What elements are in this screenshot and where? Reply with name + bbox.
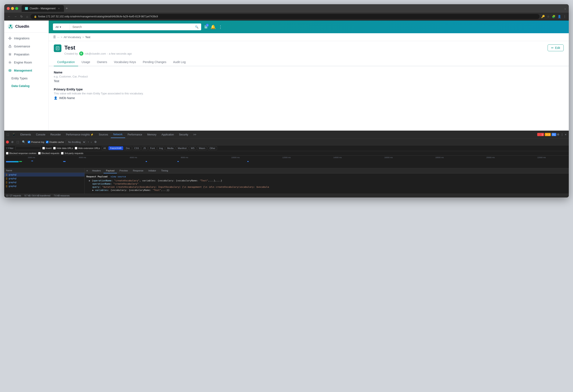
devtools-tab-application[interactable]: Application [159, 131, 177, 138]
search-input[interactable] [70, 23, 193, 30]
blocked-requests-checkbox[interactable]: Blocked requests [38, 152, 59, 154]
detail-tab-preview[interactable]: Preview [117, 168, 130, 173]
filter-wasm[interactable]: Wasm [197, 146, 207, 150]
url-bar[interactable]: 🔒 foobar.172.167.52.102.sslip.io/admin/m… [31, 14, 539, 19]
detail-tab-timing[interactable]: Timing [159, 168, 171, 173]
refresh-button[interactable]: ↻ [19, 14, 24, 19]
minimize-button[interactable] [11, 7, 14, 10]
sidebar-item-preparation[interactable]: Preparation [4, 50, 49, 58]
blocked-cookies-checkbox[interactable]: Blocked response cookies [6, 152, 36, 154]
back-button[interactable]: ← [7, 14, 11, 19]
filter-js[interactable]: JS [142, 146, 148, 150]
devtools-tab-performance-insights[interactable]: Performance insights ⚡ [63, 131, 96, 138]
more-menu-icon[interactable]: ⋮ [218, 24, 223, 29]
profile-icon[interactable]: 👤 [557, 15, 561, 18]
entity-types-label: Entity Types [11, 77, 28, 80]
filter-input[interactable] [15, 146, 41, 150]
sidebar-item-engine-room[interactable]: Engine Room [4, 58, 49, 67]
inspect-icon[interactable]: ⬚ [6, 132, 10, 137]
filter-fetch-xhr[interactable]: Fetch/XHR [108, 146, 123, 150]
device-icon[interactable]: 📱 [11, 132, 16, 137]
devtools-options-icon[interactable]: ⋮ [560, 132, 564, 137]
search-network-icon[interactable]: 🔍 [21, 140, 26, 144]
record-button[interactable] [6, 140, 9, 143]
sidebar-item-data-catalog[interactable]: Data Catalog [4, 82, 49, 90]
request-row-3[interactable]: {} graphql [4, 180, 85, 184]
request-row-2[interactable]: {} graphql [4, 176, 85, 180]
filter-icon[interactable]: ⬚ [16, 140, 20, 144]
tab-usage[interactable]: Usage [78, 58, 93, 66]
network-settings-icon[interactable]: ⚙ [94, 140, 97, 144]
password-icon[interactable]: 🔑 [541, 15, 545, 18]
extensions-icon[interactable]: 🧩 [552, 15, 555, 18]
filter-font[interactable]: Font [148, 146, 157, 150]
detail-tab-headers[interactable]: Headers [90, 168, 104, 173]
sidebar-item-management[interactable]: Management [4, 67, 49, 74]
monitor-icon[interactable]: 🖥 1 [204, 25, 208, 29]
filter-ws[interactable]: WS [189, 146, 196, 150]
invert-checkbox[interactable]: Invert [42, 147, 52, 150]
tab-owners[interactable]: Owners [94, 58, 110, 66]
disable-cache-checkbox[interactable]: Disable cache [46, 141, 64, 143]
menu-icon[interactable]: ⋮ [563, 15, 566, 18]
search-button[interactable]: 🔍 [193, 24, 201, 30]
hide-data-urls-checkbox[interactable]: Hide data URLs [53, 147, 73, 150]
breadcrumb-dots[interactable]: ··· [57, 35, 59, 39]
filter-img[interactable]: Img [157, 146, 164, 150]
maximize-button[interactable] [15, 7, 18, 10]
devtools-tab-memory[interactable]: Memory [145, 131, 159, 138]
sidebar-item-integrations[interactable]: Integrations [4, 34, 49, 42]
tab-close-button[interactable]: × [57, 7, 61, 10]
devtools-tab-performance[interactable]: Performance [125, 131, 145, 138]
throttle-dropdown[interactable]: No throttling [66, 140, 86, 144]
active-tab[interactable]: C CluedIn - Management × [22, 5, 64, 12]
preserve-log-checkbox[interactable]: Preserve log [28, 141, 44, 143]
forward-button[interactable]: → [13, 14, 18, 19]
expand-button[interactable]: ⌄ [564, 7, 566, 10]
sidebar-logo: CluedIn [4, 20, 49, 33]
svg-point-7 [8, 38, 9, 39]
search-type-dropdown[interactable]: All ▾ [53, 24, 70, 30]
request-row-4[interactable]: {} graphql [4, 184, 85, 188]
new-tab-button[interactable]: + [65, 5, 69, 12]
request-row-1[interactable]: {} graphql [4, 173, 85, 176]
detail-tab-payload[interactable]: Payload [104, 168, 117, 173]
filter-media[interactable]: Media [165, 146, 175, 150]
view-source-link[interactable]: view source [110, 175, 126, 178]
devtools-close-icon[interactable]: × [564, 132, 567, 137]
devtools-tab-sources[interactable]: Sources [96, 131, 110, 138]
sidebar-item-governance[interactable]: Governance [4, 42, 49, 50]
home-button[interactable]: ⌂ [25, 14, 29, 19]
filter-all[interactable]: All [102, 146, 107, 150]
tab-audit-log[interactable]: Audit Log [170, 58, 189, 66]
devtools-tab-more[interactable]: >> [191, 131, 199, 138]
filter-doc[interactable]: Doc [124, 146, 132, 150]
devtools-settings-icon[interactable]: ⚙ [556, 132, 560, 137]
edit-button[interactable]: ✏ Edit [548, 44, 564, 51]
hide-extension-urls-checkbox[interactable]: Hide extension URLs [75, 147, 100, 150]
devtools-tab-network[interactable]: Network [111, 131, 125, 138]
tab-configuration[interactable]: Configuration [54, 58, 78, 66]
upload-icon[interactable]: ↑ [88, 140, 89, 143]
close-detail-icon[interactable]: × [85, 168, 90, 173]
tab-vocabulary-keys[interactable]: Vocabulary Keys [110, 58, 139, 66]
download-icon[interactable]: ↓ [91, 140, 92, 143]
detail-tab-initiator[interactable]: Initiator [146, 168, 159, 173]
filter-manifest[interactable]: Manifest [176, 146, 188, 150]
filter-other[interactable]: Other [208, 146, 217, 150]
devtools-tab-security[interactable]: Security [176, 131, 191, 138]
bookmark-icon[interactable]: ☆ [547, 15, 550, 18]
devtools-tab-recorder[interactable]: Recorder [48, 131, 63, 138]
notifications-icon[interactable]: 🔔 [211, 24, 216, 29]
sidebar-item-entity-types[interactable]: Entity Types [4, 74, 49, 82]
devtools-tab-console[interactable]: Console [34, 131, 48, 138]
sidebar: CluedIn Integrations Governance [4, 20, 49, 131]
breadcrumb-all-vocabulary[interactable]: All Vocabulary [64, 35, 81, 39]
filter-css[interactable]: CSS [133, 146, 141, 150]
clear-icon[interactable]: ⊘ [11, 140, 14, 144]
devtools-tab-elements[interactable]: Elements [18, 131, 34, 138]
third-party-checkbox[interactable]: 3rd-party requests [61, 152, 83, 154]
detail-tab-response[interactable]: Response [130, 168, 146, 173]
close-button[interactable] [7, 7, 10, 10]
tab-pending-changes[interactable]: Pending Changes [139, 58, 170, 66]
